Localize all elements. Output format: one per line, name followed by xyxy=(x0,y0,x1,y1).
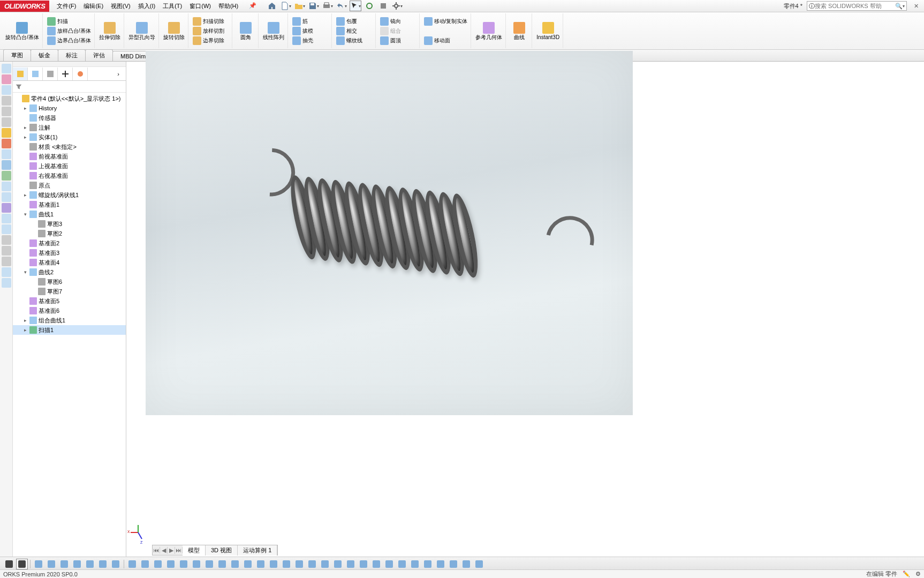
tool-btn[interactable] xyxy=(165,559,177,569)
menu-tools[interactable]: 工具(T) xyxy=(160,1,185,12)
reference-geometry-button[interactable]: 参考几何体 xyxy=(474,21,503,41)
tool-btn[interactable] xyxy=(281,559,292,569)
tool-icon[interactable] xyxy=(2,224,11,234)
select-tool[interactable] xyxy=(3,559,15,569)
loft-boss-button[interactable]: 放样凸台/基体 xyxy=(46,26,92,36)
fillet-button[interactable]: 圆角 xyxy=(236,21,256,41)
intersect-button[interactable]: 相交 xyxy=(335,26,358,36)
tool-icon[interactable] xyxy=(2,278,11,288)
select-dropdown[interactable] xyxy=(16,559,28,569)
tool-icon[interactable] xyxy=(2,160,11,170)
tool-btn[interactable] xyxy=(422,559,434,569)
tool-btn[interactable] xyxy=(319,559,331,569)
fm-tab-more[interactable]: › xyxy=(111,67,126,80)
tree-sketch6[interactable]: 草图6 xyxy=(13,277,126,287)
fm-tab-property[interactable] xyxy=(28,67,43,80)
tool-icon[interactable] xyxy=(2,74,11,84)
tree-origin[interactable]: 原点 xyxy=(13,181,126,190)
tool-icon[interactable] xyxy=(2,85,11,95)
tab-sheetmetal[interactable]: 钣金 xyxy=(31,49,58,61)
tree-history[interactable]: ▸History xyxy=(13,103,126,113)
home-button[interactable] xyxy=(266,1,278,11)
tab-nav-first[interactable]: ⏮ xyxy=(153,547,160,553)
tool-icon[interactable] xyxy=(2,171,11,181)
tree-helix[interactable]: ▸螺旋线/涡状线1 xyxy=(13,190,126,200)
search-input[interactable] xyxy=(815,3,895,9)
menu-view[interactable]: 视图(V) xyxy=(108,1,134,12)
tree-sketch7[interactable]: 草图7 xyxy=(13,287,126,296)
tool-btn[interactable] xyxy=(435,559,446,569)
tool-icon[interactable] xyxy=(2,267,11,277)
menu-window[interactable]: 窗口(W) xyxy=(186,1,214,12)
tree-plane4[interactable]: 基准面4 xyxy=(13,258,126,267)
tool-icon[interactable] xyxy=(2,117,11,127)
tree-sketch2[interactable]: 草图2 xyxy=(13,229,126,238)
sweep-cut-button[interactable]: 扫描切除 xyxy=(192,17,225,26)
tool-btn[interactable] xyxy=(345,559,357,569)
search-box[interactable]: ⓘ 🔍▾ xyxy=(807,1,907,11)
sweep-boss-button[interactable]: 扫描 xyxy=(46,17,69,26)
tool-btn[interactable] xyxy=(358,559,369,569)
tree-right-plane[interactable]: 右视基准面 xyxy=(13,171,126,181)
shell-button[interactable]: 抽壳 xyxy=(291,36,314,46)
tool-btn[interactable] xyxy=(460,559,472,569)
revolve-boss-button[interactable]: 旋转凸台/基体 xyxy=(4,21,40,41)
thread-button[interactable]: 螺纹线 xyxy=(335,36,363,46)
tree-curve2[interactable]: ▾曲线2 xyxy=(13,267,126,277)
draft-button[interactable]: 拔模 xyxy=(291,26,314,36)
tree-plane5[interactable]: 基准面5 xyxy=(13,296,126,306)
tool-icon[interactable] xyxy=(2,107,11,116)
tool-btn[interactable] xyxy=(293,559,305,569)
search-icon[interactable]: 🔍 xyxy=(895,3,903,10)
settings-button[interactable]: ▾ xyxy=(391,1,403,11)
new-button[interactable]: ▾ xyxy=(280,1,292,11)
fm-tab-display[interactable] xyxy=(73,67,88,80)
tool-btn[interactable] xyxy=(409,559,421,569)
tool-btn[interactable] xyxy=(216,559,228,569)
options-button[interactable] xyxy=(377,1,389,11)
mirror-button[interactable]: 镜向 xyxy=(379,17,402,26)
tab-evaluate[interactable]: 评估 xyxy=(85,49,113,61)
tab-nav-prev[interactable]: ◀ xyxy=(160,547,168,554)
tab-annotate[interactable]: 标注 xyxy=(58,49,86,61)
pin-icon[interactable]: 📌 xyxy=(246,1,260,12)
tool-btn[interactable] xyxy=(332,559,344,569)
tree-plane1[interactable]: 基准面1 xyxy=(13,200,126,209)
menu-insert[interactable]: 插入(I) xyxy=(135,1,158,12)
tab-sketch[interactable]: 草图 xyxy=(3,49,31,61)
tab-3dview[interactable]: 3D 视图 xyxy=(206,545,238,556)
tree-composite-curve[interactable]: ▸组合曲线1 xyxy=(13,316,126,325)
close-button[interactable]: ✕ xyxy=(911,3,921,10)
sketch-spline-tool[interactable] xyxy=(84,559,96,569)
tool-icon[interactable] xyxy=(2,64,11,73)
open-button[interactable]: ▾ xyxy=(294,1,306,11)
tool-icon[interactable] xyxy=(2,235,11,245)
sketch-arc-tool[interactable] xyxy=(71,559,83,569)
fm-tab-config[interactable] xyxy=(43,67,58,80)
tool-icon[interactable] xyxy=(2,139,11,148)
tool-icon[interactable] xyxy=(2,149,11,159)
rib-button[interactable]: 筋 xyxy=(291,17,309,26)
curves-button[interactable]: 曲线 xyxy=(509,21,529,41)
tool-icon[interactable] xyxy=(2,192,11,202)
tree-plane6[interactable]: 基准面6 xyxy=(13,306,126,316)
tree-annotations[interactable]: ▸注解 xyxy=(13,123,126,132)
tool-btn[interactable] xyxy=(448,559,459,569)
tab-nav-next[interactable]: ▶ xyxy=(168,547,175,554)
tool-icon[interactable] xyxy=(2,257,11,266)
status-icon[interactable]: ⚙ xyxy=(915,571,921,577)
tool-btn[interactable] xyxy=(306,559,318,569)
menu-edit[interactable]: 编辑(E) xyxy=(80,1,107,12)
tab-model[interactable]: 模型 xyxy=(183,545,206,556)
tool-btn[interactable] xyxy=(242,559,254,569)
boundary-cut-button[interactable]: 边界切除 xyxy=(192,36,225,46)
tool-btn[interactable] xyxy=(268,559,279,569)
save-button[interactable]: ▾ xyxy=(308,1,320,11)
select-button[interactable]: ▾ xyxy=(350,1,361,11)
extrude-cut-button[interactable]: 拉伸切除 xyxy=(98,21,122,41)
tool-btn[interactable] xyxy=(178,559,190,569)
undo-button[interactable]: ▾ xyxy=(336,1,347,11)
combine-button[interactable]: 组合 xyxy=(379,26,402,36)
tree-sensors[interactable]: 传感器 xyxy=(13,113,126,123)
tool-icon[interactable] xyxy=(2,246,11,256)
